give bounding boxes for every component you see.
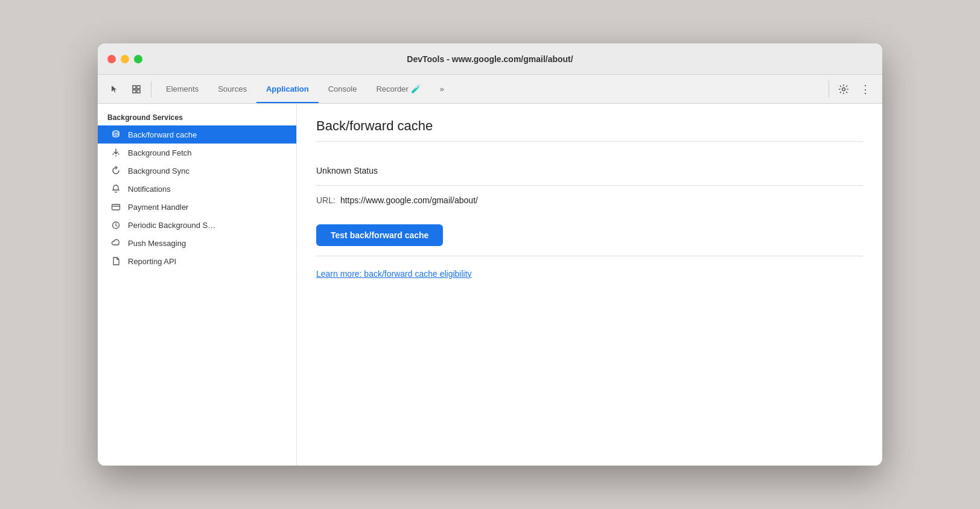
toolbar-right: ⋮ <box>826 80 875 99</box>
close-button[interactable] <box>107 55 116 63</box>
url-value: https://www.google.com/gmail/about/ <box>340 195 478 205</box>
traffic-lights <box>107 55 142 63</box>
sidebar-item-reporting-api[interactable]: Reporting API <box>98 252 296 270</box>
svg-rect-2 <box>133 90 136 93</box>
svg-rect-1 <box>137 86 140 89</box>
database-icon <box>110 130 122 139</box>
inspect-icon-button[interactable] <box>127 80 146 99</box>
sidebar-item-label-background-fetch: Background Fetch <box>128 148 192 157</box>
content-title: Back/forward cache <box>316 118 863 142</box>
main-content: Background Services Back/forward cache <box>98 104 882 466</box>
cursor-icon <box>110 84 119 94</box>
svg-point-4 <box>842 87 845 90</box>
clock-icon <box>110 220 122 230</box>
toolbar-right-divider <box>829 81 829 98</box>
tab-application[interactable]: Application <box>256 75 319 103</box>
tab-sources[interactable]: Sources <box>208 75 256 103</box>
sidebar-item-label-push-messaging: Push Messaging <box>128 239 186 248</box>
tab-more[interactable]: » <box>430 75 454 103</box>
toolbar: Elements Sources Application Console Rec… <box>98 75 882 104</box>
cloud-icon <box>110 238 122 248</box>
inspect-icon <box>132 84 141 94</box>
title-bar: DevTools - www.google.com/gmail/about/ <box>98 43 882 75</box>
bell-icon <box>110 184 122 194</box>
sidebar-item-label-background-sync: Background Sync <box>128 166 189 175</box>
gear-icon <box>838 84 849 95</box>
status-text: Unknown Status <box>316 166 378 175</box>
window-title: DevTools - www.google.com/gmail/about/ <box>407 54 573 64</box>
sidebar-item-back-forward-cache[interactable]: Back/forward cache <box>98 125 296 144</box>
more-options-icon: ⋮ <box>860 84 871 95</box>
svg-rect-3 <box>137 90 140 93</box>
maximize-button[interactable] <box>134 55 142 63</box>
settings-button[interactable] <box>834 80 853 99</box>
url-label: URL: <box>316 195 336 205</box>
sidebar-item-label-reporting-api: Reporting API <box>128 257 176 266</box>
svg-rect-6 <box>112 204 120 210</box>
sidebar-item-label-periodic-background: Periodic Background S… <box>128 221 215 230</box>
sidebar-section-header: Background Services <box>98 109 296 125</box>
status-row: Unknown Status <box>316 156 863 186</box>
payment-icon <box>110 202 122 212</box>
svg-rect-0 <box>133 86 136 89</box>
minimize-button[interactable] <box>121 55 129 63</box>
sidebar-item-background-sync[interactable]: Background Sync <box>98 162 296 180</box>
sidebar-item-notifications[interactable]: Notifications <box>98 180 296 198</box>
svg-point-5 <box>113 131 119 133</box>
cursor-icon-button[interactable] <box>105 80 124 99</box>
tab-console[interactable]: Console <box>319 75 367 103</box>
devtools-window: DevTools - www.google.com/gmail/about/ E… <box>98 43 882 466</box>
url-row: URL: https://www.google.com/gmail/about/… <box>316 186 863 256</box>
sidebar-item-label-payment-handler: Payment Handler <box>128 203 188 212</box>
report-icon <box>110 256 122 266</box>
tab-recorder[interactable]: Recorder 🧪 <box>366 75 430 103</box>
content-panel: Back/forward cache Unknown Status URL: h… <box>297 104 882 466</box>
toolbar-divider-1 <box>151 81 151 98</box>
learn-more-link[interactable]: Learn more: back/forward cache eligibili… <box>316 269 472 279</box>
sidebar-item-background-fetch[interactable]: Background Fetch <box>98 144 296 162</box>
recorder-icon: 🧪 <box>411 84 421 93</box>
fetch-icon <box>110 148 122 157</box>
sidebar-item-periodic-background[interactable]: Periodic Background S… <box>98 216 296 234</box>
more-options-button[interactable]: ⋮ <box>856 80 875 99</box>
sidebar-item-label-notifications: Notifications <box>128 185 171 194</box>
sidebar: Background Services Back/forward cache <box>98 104 297 466</box>
learn-more-section: Learn more: back/forward cache eligibili… <box>316 256 863 291</box>
test-cache-button[interactable]: Test back/forward cache <box>316 224 443 246</box>
sidebar-item-payment-handler[interactable]: Payment Handler <box>98 198 296 216</box>
tab-elements[interactable]: Elements <box>156 75 208 103</box>
sidebar-item-push-messaging[interactable]: Push Messaging <box>98 234 296 252</box>
sidebar-item-label-back-forward-cache: Back/forward cache <box>128 130 197 139</box>
toolbar-tabs: Elements Sources Application Console Rec… <box>156 75 824 103</box>
sync-icon <box>110 166 122 175</box>
